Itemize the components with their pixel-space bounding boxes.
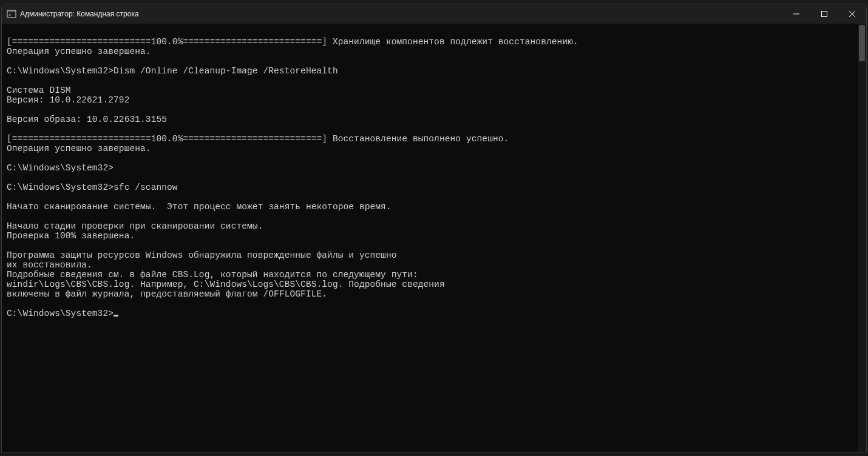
terminal-line: C:\Windows\System32> <box>7 309 864 318</box>
terminal-line <box>7 56 864 66</box>
terminal-line: Программа защиты ресурсов Windows обнару… <box>7 250 864 260</box>
terminal-line: Операция успешно завершена. <box>7 47 864 56</box>
maximize-button[interactable] <box>810 4 838 24</box>
terminal-line <box>7 124 864 134</box>
terminal-line <box>7 76 864 86</box>
terminal-line: Начато сканирование системы. Этот процес… <box>7 202 864 212</box>
window-title: Администратор: Командная строка <box>20 10 782 18</box>
scrollbar-track[interactable] <box>858 24 866 452</box>
command-prompt-window: >_ Администратор: Командная строка [====… <box>1 4 867 452</box>
terminal-area[interactable]: [==========================100.0%=======… <box>2 24 866 452</box>
terminal-line: C:\Windows\System32>Dism /Online /Cleanu… <box>7 66 864 76</box>
terminal-line: включены в файл журнала, предоставляемый… <box>7 289 864 299</box>
terminal-line <box>7 241 864 250</box>
terminal-line: C:\Windows\System32> <box>7 163 864 173</box>
terminal-line: Cистема DISM <box>7 86 864 95</box>
terminal-line: их восстановила. <box>7 260 864 270</box>
minimize-button[interactable] <box>782 4 810 24</box>
titlebar[interactable]: >_ Администратор: Командная строка <box>2 4 866 24</box>
terminal-line: Версия образа: 10.0.22631.3155 <box>7 115 864 124</box>
terminal-line: Версия: 10.0.22621.2792 <box>7 95 864 105</box>
window-controls <box>782 4 866 24</box>
terminal-line <box>7 153 864 163</box>
svg-rect-1 <box>7 10 16 12</box>
svg-rect-4 <box>822 12 827 17</box>
terminal-line: [==========================100.0%=======… <box>7 134 864 144</box>
terminal-line: Начало стадии проверки при сканировании … <box>7 221 864 231</box>
terminal-line: windir\Logs\CBS\CBS.log. Например, C:\Wi… <box>7 280 864 289</box>
app-icon: >_ <box>7 9 16 19</box>
terminal-line: C:\Windows\System32>sfc /scannow <box>7 183 864 192</box>
terminal-line <box>7 192 864 202</box>
close-button[interactable] <box>838 4 866 24</box>
scrollbar-thumb[interactable] <box>859 25 865 61</box>
terminal-line <box>7 105 864 115</box>
terminal-output: [==========================100.0%=======… <box>2 24 866 321</box>
terminal-line <box>7 173 864 183</box>
terminal-line: Проверка 100% завершена. <box>7 231 864 241</box>
terminal-line: Подробные сведения см. в файле CBS.Log, … <box>7 270 864 280</box>
terminal-line: Операция успешно завершена. <box>7 144 864 153</box>
svg-text:>_: >_ <box>8 13 14 18</box>
terminal-line <box>7 299 864 309</box>
terminal-line: [==========================100.0%=======… <box>7 37 864 47</box>
cursor <box>114 315 118 317</box>
terminal-line <box>7 27 864 37</box>
terminal-line <box>7 212 864 221</box>
